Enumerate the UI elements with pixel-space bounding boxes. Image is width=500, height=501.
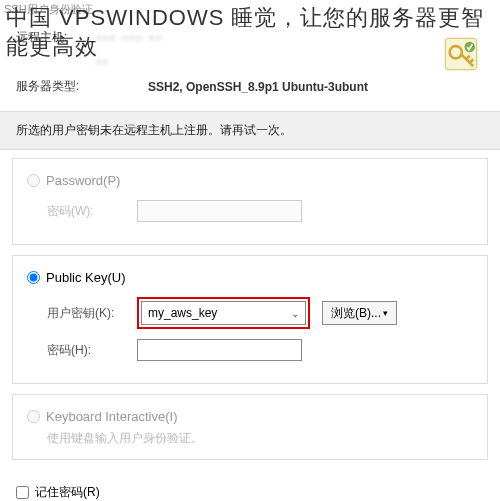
server-type-value: SSH2, OpenSSH_8.9p1 Ubuntu-3ubunt (148, 80, 368, 94)
keyboard-hint: 使用键盘输入用户身份验证。 (47, 430, 473, 447)
keyboard-group: Keyboard Interactive(I) 使用键盘输入用户身份验证。 (12, 394, 488, 460)
publickey-group: Public Key(U) 用户密钥(K): my_aws_key ⌄ 浏览(B… (12, 255, 488, 384)
remember-label: 记住密码(R) (35, 484, 100, 501)
headline-overlay-text: 中国 VPSWINDOWS 睡觉，让您的服务器更智能更高效 (6, 4, 494, 61)
keyboard-radio-label: Keyboard Interactive(I) (46, 409, 178, 424)
publickey-radio[interactable] (27, 271, 40, 284)
error-message: 所选的用户密钥未在远程主机上注册。请再试一次。 (0, 111, 500, 150)
remember-checkbox[interactable] (16, 486, 29, 499)
remember-row: 记住密码(R) (0, 478, 500, 501)
chevron-down-icon: ⌄ (291, 308, 299, 319)
password-radio[interactable] (27, 174, 40, 187)
passphrase-label: 密码(H): (47, 342, 137, 359)
server-type-label: 服务器类型: (16, 78, 96, 95)
user-key-highlight: my_aws_key ⌄ (137, 297, 310, 329)
passphrase-input[interactable] (137, 339, 302, 361)
publickey-radio-label: Public Key(U) (46, 270, 125, 285)
chevron-down-icon: ▾ (383, 308, 388, 318)
password-field-label: 密码(W): (47, 203, 137, 220)
keyboard-radio[interactable] (27, 410, 40, 423)
password-input (137, 200, 302, 222)
browse-button-label: 浏览(B)... (331, 305, 381, 322)
user-key-label: 用户密钥(K): (47, 305, 137, 322)
browse-button[interactable]: 浏览(B)... ▾ (322, 301, 397, 325)
auth-panel: Password(P) 密码(W): Public Key(U) 用户密钥(K)… (0, 150, 500, 478)
password-radio-label: Password(P) (46, 173, 120, 188)
user-key-select[interactable]: my_aws_key ⌄ (141, 301, 306, 325)
user-key-value: my_aws_key (148, 306, 217, 320)
password-group: Password(P) 密码(W): (12, 158, 488, 245)
